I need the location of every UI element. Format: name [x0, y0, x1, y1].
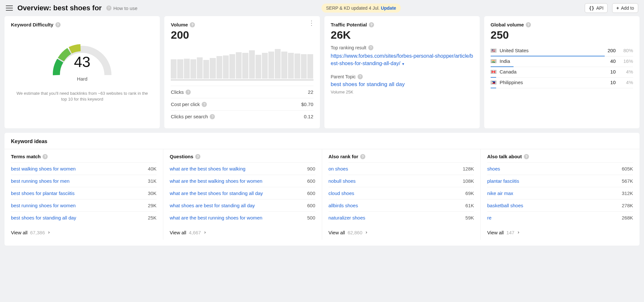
keyword-volume: 31K — [148, 178, 157, 184]
help-icon[interactable]: ? — [524, 154, 529, 159]
keyword-volume: 605K — [622, 166, 633, 171]
volume-trend-chart — [171, 46, 313, 79]
help-icon[interactable]: ? — [43, 154, 48, 159]
country-row[interactable]: 🇵🇭Philippines104% — [491, 78, 633, 88]
chart-bar — [268, 52, 274, 79]
idea-column: Questions?what are the best shoes for wa… — [163, 149, 322, 240]
global-volume-card: Global volume? 250 🇺🇸United States20080%… — [484, 16, 639, 128]
help-icon[interactable]: ? — [526, 22, 531, 27]
view-all-link[interactable]: View all 67,386› — [11, 229, 157, 235]
help-icon[interactable]: ? — [369, 22, 374, 27]
keyword-link[interactable]: best shoes for plantar fasciitis — [11, 190, 75, 196]
keyword-link[interactable]: basketball shoes — [487, 203, 523, 208]
chart-bar — [190, 59, 196, 79]
idea-row: nobull shoes108K — [329, 175, 474, 187]
menu-button[interactable] — [6, 5, 13, 11]
keyword-link[interactable]: what are the best running shoes for wome… — [170, 215, 263, 220]
chart-bar — [242, 53, 248, 79]
ideas-title: Keyword ideas — [5, 139, 639, 149]
keyword-link[interactable]: cloud shoes — [329, 190, 354, 196]
keyword-link[interactable]: plantar fasciitis — [487, 178, 519, 184]
help-icon: ? — [106, 5, 111, 11]
idea-row: what are the best shoes for walking900 — [170, 162, 315, 175]
keyword-link[interactable]: what are the best shoes for walking — [170, 166, 245, 171]
help-icon[interactable]: ? — [358, 74, 363, 79]
chart-bar — [236, 52, 242, 79]
more-menu-button[interactable]: ⋮ — [308, 21, 315, 24]
keyword-volume: 500 — [307, 215, 315, 220]
country-volume: 200 — [603, 48, 616, 53]
country-name: India — [500, 58, 600, 64]
chart-bar — [262, 53, 268, 79]
view-all-link[interactable]: View all 4,667› — [170, 229, 315, 235]
top-result-link[interactable]: https://www.forbes.com/sites/forbes-pers… — [331, 54, 473, 66]
how-to-use-link[interactable]: ? How to use — [106, 5, 138, 11]
keyword-link[interactable]: shoes — [487, 166, 500, 171]
keyword-link[interactable]: re — [487, 215, 491, 220]
country-pct: 4% — [619, 80, 633, 85]
keyword-volume: 600 — [307, 178, 315, 184]
idea-row: best walking shoes for women40K — [11, 162, 157, 175]
chart-bar — [229, 54, 235, 79]
keyword-link[interactable]: best running shoes for women — [11, 203, 76, 208]
keyword-link[interactable]: on shoes — [329, 166, 348, 171]
keyword-link[interactable]: what are the best shoes for standing all… — [170, 190, 263, 196]
view-all-link[interactable]: View all 147› — [487, 229, 633, 235]
country-row[interactable]: 🇺🇸United States20080% — [491, 46, 633, 56]
idea-row: nike air max312K — [487, 187, 633, 199]
keyword-link[interactable]: what are the best walking shoes for wome… — [170, 178, 263, 184]
keyword-link[interactable]: best walking shoes for women — [11, 166, 76, 171]
traffic-value: 26K — [331, 29, 473, 41]
keyword-link[interactable]: best running shoes for men — [11, 178, 70, 184]
caret-down-icon[interactable]: ▼ — [401, 62, 405, 66]
help-icon[interactable]: ? — [190, 22, 195, 27]
help-icon[interactable]: ? — [360, 154, 365, 159]
keyword-link[interactable]: best shoes for standing all day — [11, 215, 76, 220]
keyword-volume: 128K — [463, 166, 474, 171]
parent-topic-link[interactable]: best shoes for standing all day — [331, 81, 405, 87]
idea-row: allbirds shoes61K — [329, 199, 474, 211]
chart-scrollbar[interactable] — [171, 79, 313, 81]
code-icon: {} — [589, 5, 594, 11]
help-icon[interactable]: ? — [55, 22, 61, 27]
idea-column: Also talk about?shoes605Kplantar fasciit… — [481, 149, 639, 240]
keyword-link[interactable]: nike air max — [487, 190, 513, 196]
keyword-ideas-section: Keyword ideas Terms match?best walking s… — [5, 133, 639, 246]
country-row[interactable]: 🇨🇦Canada104% — [491, 67, 633, 78]
keyword-link[interactable]: allbirds shoes — [329, 203, 358, 208]
idea-row: best shoes for plantar fasciitis30K — [11, 187, 157, 199]
view-all-link[interactable]: View all 62,860› — [329, 229, 474, 235]
chart-bar — [288, 53, 294, 79]
idea-row: naturalizer shoes59K — [329, 211, 474, 224]
help-icon[interactable]: ? — [202, 102, 207, 107]
keyword-link[interactable]: nobull shoes — [329, 178, 356, 184]
cpc-value: $0.70 — [301, 102, 313, 107]
kd-value: 43 — [47, 53, 118, 71]
api-button[interactable]: {} API — [585, 3, 608, 13]
add-to-button[interactable]: + Add to — [612, 3, 638, 13]
chart-bar — [171, 59, 177, 79]
parent-volume: Volume 25K — [331, 90, 473, 94]
keyword-volume: 108K — [463, 178, 474, 184]
help-icon[interactable]: ? — [186, 90, 191, 95]
kd-label: Hard — [47, 76, 118, 82]
country-row[interactable]: 🇮🇳India4016% — [491, 56, 633, 67]
keyword-volume: 69K — [466, 190, 474, 196]
country-pct: 80% — [619, 48, 633, 53]
help-icon[interactable]: ? — [368, 45, 373, 50]
idea-row: on shoes128K — [329, 162, 474, 175]
keyword-volume: 268K — [622, 215, 633, 220]
help-icon[interactable]: ? — [210, 114, 215, 119]
keyword-volume: 61K — [466, 203, 474, 208]
global-value: 250 — [491, 29, 633, 41]
flag-icon: 🇮🇳 — [491, 59, 496, 63]
country-volume: 10 — [603, 80, 616, 85]
keyword-link[interactable]: what shoes are best for standing all day — [170, 203, 255, 208]
chevron-right-icon: › — [47, 229, 50, 235]
country-name: Philippines — [500, 80, 600, 85]
update-link[interactable]: Update — [381, 5, 396, 11]
help-icon[interactable]: ? — [195, 154, 200, 159]
keyword-link[interactable]: naturalizer shoes — [329, 215, 365, 220]
volume-value: 200 — [171, 29, 313, 41]
keyword-volume: 29K — [148, 203, 157, 208]
